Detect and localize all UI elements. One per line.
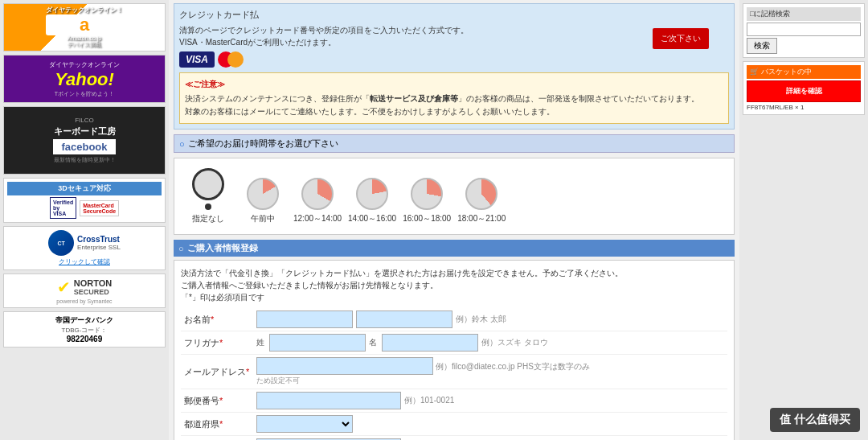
- time-label-1: 午前中: [251, 213, 275, 224]
- name-fields: 例）鈴木 太郎: [253, 308, 727, 331]
- norton-powered: powered by Symantec: [56, 298, 112, 304]
- mastercard-secure-logo: MasterCardSecureCode: [80, 200, 119, 216]
- prefecture-label: 都道府県*: [181, 413, 253, 436]
- basket-label: 🛒 バスケットの中: [747, 65, 861, 79]
- left-sidebar: ダイヤテックオンライン！ a Amazon.co.jp デバイス満載 ダイヤテッ…: [0, 0, 169, 440]
- prefecture-fields: [253, 413, 727, 436]
- visa-logo: VISA: [179, 51, 215, 68]
- last-name-input[interactable]: [256, 310, 353, 328]
- prefecture-select[interactable]: [256, 415, 353, 433]
- yahoo-banner[interactable]: ダイヤテックオンライン Yahoo! Tポイントを貯めよう！: [3, 55, 166, 103]
- furi-label: フリガナ*: [181, 331, 253, 355]
- zip-input[interactable]: [256, 392, 401, 409]
- delivery-section: ○ ご希望のお届け時間帯をお選び下さい 指定なし 午前中: [174, 134, 735, 235]
- teikoku-code: TDBG-コード：: [7, 326, 162, 335]
- time-slot-1[interactable]: 午前中: [239, 178, 287, 224]
- filco-banner[interactable]: FILCO キーボード工房 facebook 最新情報を随時更新中！: [3, 106, 166, 175]
- watermark: 值 什么值得买: [770, 408, 860, 432]
- time-pie-2: [301, 178, 334, 210]
- cc-desc: 清算のページでクレジットカード番号や所定の項目をご入力いただく方式です。VISA…: [179, 24, 623, 48]
- name-row: お名前* 例）鈴木 太郎: [181, 308, 727, 331]
- time-pie-3: [356, 178, 388, 210]
- 3d-secure-box: 3Dセキュア対応 VerifiedbyVISA MasterCardSecure…: [3, 178, 166, 223]
- time-slots: 指定なし 午前中 12:00～14:00 14:00～16:00: [181, 165, 727, 228]
- verified-logos: VerifiedbyVISA MasterCardSecureCode: [50, 197, 119, 219]
- basket-box: 🛒 バスケットの中 詳細を確認 FF8T67MRL/EB × 1: [743, 61, 865, 115]
- search-label: □に記楷検索: [747, 7, 861, 21]
- furi-fields: 姓 名 例）スズキ タロウ: [253, 331, 727, 355]
- norton-label: NORTON: [74, 278, 112, 288]
- email-label: メールアドレス*: [181, 355, 253, 389]
- cc-logos: VISA: [179, 51, 623, 68]
- verified-by-visa-logo: VerifiedbyVISA: [50, 197, 76, 219]
- time-slot-2[interactable]: 12:00～14:00: [293, 178, 342, 224]
- norton-box: ✔ NORTON SECURED powered by Symantec: [3, 273, 166, 308]
- time-label-4: 16:00～18:00: [403, 213, 451, 224]
- buyer-form-section: ○ ご購入者情報登録 決済方法で「代金引き換」「クレジットカード払い」を選択され…: [174, 240, 735, 440]
- cross-trust-name: CrossTrust: [77, 235, 121, 244]
- furi-row: フリガナ* 姓 名 例）スズキ タロウ: [181, 331, 727, 355]
- email-hint: ため設定不可: [256, 376, 300, 384]
- right-sidebar: □に記楷検索 検索 🛒 バスケットの中 詳細を確認 FF8T67MRL/EB ×…: [739, 0, 868, 440]
- search-box: □に記楷検索 検索: [743, 3, 865, 58]
- amazon-banner[interactable]: ダイヤテックオンライン！ a Amazon.co.jp デバイス満載: [3, 3, 166, 51]
- zip-row: 郵便番号* 例）101-0021: [181, 389, 727, 413]
- city-fields: 例）千代田区: [253, 436, 727, 441]
- furi-example: 例）スズキ タロウ: [481, 337, 548, 348]
- first-furi-input[interactable]: [382, 334, 478, 352]
- time-label-0: 指定なし: [192, 213, 224, 224]
- city-label: 市区町村名*: [181, 436, 253, 441]
- proceed-button[interactable]: ご次下さい: [653, 28, 709, 49]
- buyer-form-content: 決済方法で「代金引き換」「クレジットカード払い」を選択された方はお届け先を設定で…: [174, 260, 735, 440]
- teikoku-label: 帝国データバンク: [7, 315, 162, 326]
- basket-item: FF8T67MRL/EB × 1: [747, 104, 861, 111]
- teikoku-number: 98220469: [7, 335, 162, 343]
- delivery-header-text: ご希望のお届け時間帯をお選び下さい: [188, 138, 338, 150]
- time-pie-0: [192, 168, 224, 200]
- 3d-secure-label: 3Dセキュア対応: [7, 182, 162, 195]
- search-button[interactable]: 検索: [747, 38, 777, 54]
- time-slot-3[interactable]: 14:00～16:00: [348, 178, 396, 224]
- zip-label: 郵便番号*: [181, 389, 253, 413]
- email-example: 例）filco@diatec.co.jp PHS文字は数字のみ: [436, 362, 590, 371]
- city-row: 市区町村名* 例）千代田区: [181, 436, 727, 441]
- credit-card-section: クレジットカード払 清算のページでクレジットカード番号や所定の項目をご入力いただ…: [174, 3, 735, 130]
- email-row: メールアドレス* 例）filco@diatec.co.jp PHS文字は数字のみ…: [181, 355, 727, 389]
- basket-confirm-button[interactable]: 詳細を確認: [747, 80, 861, 102]
- last-furi-input[interactable]: [269, 334, 366, 352]
- time-pie-5: [465, 178, 497, 210]
- buyer-form-table: お名前* 例）鈴木 太郎 フリガナ*: [181, 308, 727, 440]
- time-slot-5[interactable]: 18:00～21:00: [457, 178, 506, 224]
- buyer-form-title: ご購入者情報登録: [187, 242, 258, 254]
- teikoku-box: 帝国データバンク TDBG-コード： 98220469: [3, 311, 166, 347]
- cross-trust-sub: Enterprise SSL: [77, 244, 121, 251]
- main-content: クレジットカード払 清算のページでクレジットカード番号や所定の項目をご入力いただ…: [169, 0, 739, 440]
- time-label-2: 12:00～14:00: [293, 213, 342, 224]
- cc-title: クレジットカード払: [179, 9, 623, 21]
- zip-fields: 例）101-0021: [253, 389, 727, 413]
- name-label: お名前*: [181, 308, 253, 331]
- time-pie-1: [247, 178, 279, 210]
- delivery-header: ○ ご希望のお届け時間帯をお選び下さい: [174, 134, 735, 153]
- first-name-input[interactable]: [356, 310, 452, 328]
- norton-checkmark-icon: ✔: [57, 278, 71, 297]
- name-example: 例）鈴木 太郎: [456, 314, 506, 325]
- time-slot-0[interactable]: 指定なし: [184, 168, 232, 224]
- mastercard-logo: [218, 51, 244, 68]
- buyer-form-header: ○ ご購入者情報登録: [174, 240, 735, 257]
- notice-box: ≪ご注意≫ 決済システムのメンテナンスにつき、登録住所が「転送サービス及び倉庫等…: [179, 72, 729, 124]
- notice-title: ≪ご注意≫: [185, 78, 723, 91]
- notice-text: 決済システムのメンテナンスにつき、登録住所が「転送サービス及び倉庫等」のお客様の…: [185, 93, 723, 118]
- time-dot-0: [205, 204, 211, 210]
- time-label-3: 14:00～16:00: [348, 213, 396, 224]
- search-input[interactable]: [747, 23, 861, 36]
- time-pie-4: [411, 178, 443, 210]
- cross-trust-link[interactable]: クリックして確認: [59, 257, 110, 266]
- zip-example: 例）101-0021: [404, 395, 454, 406]
- cross-trust-box[interactable]: CT CrossTrust Enterprise SSL クリックして確認: [3, 226, 166, 270]
- email-input[interactable]: [256, 357, 433, 375]
- time-label-5: 18:00～21:00: [457, 213, 506, 224]
- time-slot-4[interactable]: 16:00～18:00: [403, 178, 451, 224]
- prefecture-row: 都道府県*: [181, 413, 727, 436]
- cross-trust-icon: CT: [48, 230, 74, 256]
